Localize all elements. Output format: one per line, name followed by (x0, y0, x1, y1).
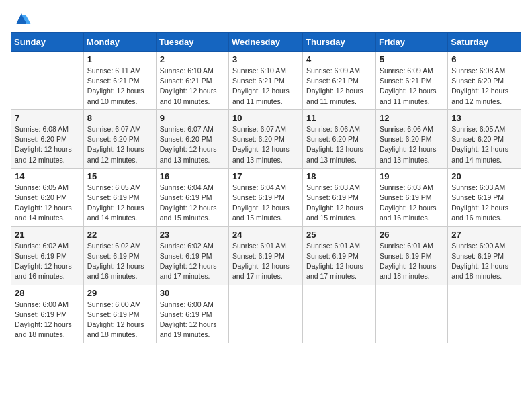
calendar-table: SundayMondayTuesdayWednesdayThursdayFrid… (11, 32, 521, 343)
day-cell: 6Sunrise: 6:08 AMSunset: 6:20 PMDaylight… (448, 52, 521, 110)
col-header-wednesday: Wednesday (229, 33, 303, 52)
col-header-tuesday: Tuesday (156, 33, 228, 52)
day-cell: 27Sunrise: 6:00 AMSunset: 6:19 PMDayligh… (448, 226, 521, 285)
day-number: 10 (232, 113, 299, 123)
day-cell: 23Sunrise: 6:02 AMSunset: 6:19 PMDayligh… (156, 226, 228, 285)
day-cell (375, 285, 447, 343)
day-info: Sunrise: 6:02 AMSunset: 6:19 PMDaylight:… (160, 241, 225, 282)
week-row-2: 7Sunrise: 6:08 AMSunset: 6:20 PMDaylight… (11, 109, 521, 168)
day-cell: 2Sunrise: 6:10 AMSunset: 6:21 PMDaylight… (156, 52, 228, 110)
day-number: 11 (306, 113, 372, 123)
day-number: 3 (232, 54, 299, 64)
day-info: Sunrise: 6:00 AMSunset: 6:19 PMDaylight:… (15, 300, 80, 340)
col-header-thursday: Thursday (303, 33, 376, 52)
day-info: Sunrise: 6:06 AMSunset: 6:20 PMDaylight:… (306, 124, 372, 165)
day-info: Sunrise: 6:03 AMSunset: 6:19 PMDaylight:… (306, 183, 372, 224)
day-cell: 17Sunrise: 6:04 AMSunset: 6:19 PMDayligh… (229, 168, 303, 226)
day-cell: 13Sunrise: 6:05 AMSunset: 6:20 PMDayligh… (448, 109, 521, 168)
day-info: Sunrise: 6:02 AMSunset: 6:19 PMDaylight:… (87, 241, 152, 282)
week-row-3: 14Sunrise: 6:05 AMSunset: 6:20 PMDayligh… (11, 168, 521, 226)
day-info: Sunrise: 6:07 AMSunset: 6:20 PMDaylight:… (232, 124, 299, 165)
day-number: 2 (160, 54, 225, 64)
day-cell: 3Sunrise: 6:10 AMSunset: 6:21 PMDaylight… (229, 52, 303, 110)
day-info: Sunrise: 6:06 AMSunset: 6:20 PMDaylight:… (380, 124, 444, 165)
day-cell (448, 285, 521, 343)
day-cell: 9Sunrise: 6:07 AMSunset: 6:20 PMDaylight… (156, 109, 228, 168)
day-cell: 14Sunrise: 6:05 AMSunset: 6:20 PMDayligh… (11, 168, 84, 226)
day-cell: 4Sunrise: 6:09 AMSunset: 6:21 PMDaylight… (303, 52, 376, 110)
day-info: Sunrise: 6:01 AMSunset: 6:19 PMDaylight:… (306, 241, 372, 282)
day-info: Sunrise: 6:11 AMSunset: 6:21 PMDaylight:… (87, 66, 152, 107)
day-number: 9 (160, 113, 225, 123)
calendar-header-row: SundayMondayTuesdayWednesdayThursdayFrid… (11, 33, 521, 52)
day-cell: 20Sunrise: 6:03 AMSunset: 6:19 PMDayligh… (448, 168, 521, 226)
day-number: 23 (160, 230, 225, 240)
col-header-monday: Monday (83, 33, 156, 52)
day-cell (229, 285, 303, 343)
col-header-sunday: Sunday (11, 33, 84, 52)
day-cell: 30Sunrise: 6:00 AMSunset: 6:19 PMDayligh… (156, 285, 228, 343)
day-info: Sunrise: 6:01 AMSunset: 6:19 PMDaylight:… (380, 241, 444, 282)
day-number: 8 (87, 113, 152, 123)
day-cell: 1Sunrise: 6:11 AMSunset: 6:21 PMDaylight… (83, 52, 156, 110)
day-info: Sunrise: 6:03 AMSunset: 6:19 PMDaylight:… (451, 183, 517, 224)
day-number: 27 (451, 230, 517, 240)
day-cell: 18Sunrise: 6:03 AMSunset: 6:19 PMDayligh… (303, 168, 376, 226)
day-cell: 29Sunrise: 6:00 AMSunset: 6:19 PMDayligh… (83, 285, 156, 343)
week-row-4: 21Sunrise: 6:02 AMSunset: 6:19 PMDayligh… (11, 226, 521, 285)
day-number: 6 (451, 54, 517, 64)
day-cell: 28Sunrise: 6:00 AMSunset: 6:19 PMDayligh… (11, 285, 84, 343)
day-info: Sunrise: 6:04 AMSunset: 6:19 PMDaylight:… (232, 183, 299, 224)
logo-icon (12, 9, 31, 28)
day-number: 28 (15, 288, 80, 298)
day-info: Sunrise: 6:01 AMSunset: 6:19 PMDaylight:… (232, 241, 299, 282)
day-number: 13 (451, 113, 517, 123)
day-cell: 5Sunrise: 6:09 AMSunset: 6:21 PMDaylight… (375, 52, 447, 110)
day-info: Sunrise: 6:10 AMSunset: 6:21 PMDaylight:… (232, 66, 299, 107)
day-cell (303, 285, 376, 343)
week-row-1: 1Sunrise: 6:11 AMSunset: 6:21 PMDaylight… (11, 52, 521, 110)
day-number: 21 (15, 230, 80, 240)
day-number: 22 (87, 230, 152, 240)
day-info: Sunrise: 6:08 AMSunset: 6:20 PMDaylight:… (451, 66, 517, 107)
day-number: 18 (306, 171, 372, 181)
day-cell (11, 52, 84, 110)
day-number: 5 (380, 54, 444, 64)
day-number: 26 (380, 230, 444, 240)
day-number: 16 (160, 171, 225, 181)
day-info: Sunrise: 6:03 AMSunset: 6:19 PMDaylight:… (380, 183, 444, 224)
day-number: 14 (15, 171, 80, 181)
day-info: Sunrise: 6:02 AMSunset: 6:19 PMDaylight:… (15, 241, 80, 282)
day-number: 29 (87, 288, 152, 298)
day-number: 25 (306, 230, 372, 240)
day-info: Sunrise: 6:04 AMSunset: 6:19 PMDaylight:… (160, 183, 225, 224)
day-info: Sunrise: 6:00 AMSunset: 6:19 PMDaylight:… (160, 300, 225, 340)
day-number: 4 (306, 54, 372, 64)
day-cell: 12Sunrise: 6:06 AMSunset: 6:20 PMDayligh… (375, 109, 447, 168)
col-header-saturday: Saturday (448, 33, 521, 52)
day-info: Sunrise: 6:07 AMSunset: 6:20 PMDaylight:… (160, 124, 225, 165)
day-info: Sunrise: 6:05 AMSunset: 6:20 PMDaylight:… (15, 183, 80, 224)
day-cell: 25Sunrise: 6:01 AMSunset: 6:19 PMDayligh… (303, 226, 376, 285)
page: SundayMondayTuesdayWednesdayThursdayFrid… (0, 0, 532, 411)
day-info: Sunrise: 6:05 AMSunset: 6:20 PMDaylight:… (451, 124, 517, 165)
day-cell: 24Sunrise: 6:01 AMSunset: 6:19 PMDayligh… (229, 226, 303, 285)
day-info: Sunrise: 6:00 AMSunset: 6:19 PMDaylight:… (87, 300, 152, 340)
day-number: 7 (15, 113, 80, 123)
day-cell: 16Sunrise: 6:04 AMSunset: 6:19 PMDayligh… (156, 168, 228, 226)
day-cell: 8Sunrise: 6:07 AMSunset: 6:20 PMDaylight… (83, 109, 156, 168)
day-number: 15 (87, 171, 152, 181)
day-number: 12 (380, 113, 444, 123)
week-row-5: 28Sunrise: 6:00 AMSunset: 6:19 PMDayligh… (11, 285, 521, 343)
day-cell: 26Sunrise: 6:01 AMSunset: 6:19 PMDayligh… (375, 226, 447, 285)
header (11, 7, 521, 28)
day-info: Sunrise: 6:05 AMSunset: 6:19 PMDaylight:… (87, 183, 152, 224)
day-cell: 21Sunrise: 6:02 AMSunset: 6:19 PMDayligh… (11, 226, 84, 285)
day-info: Sunrise: 6:08 AMSunset: 6:20 PMDaylight:… (15, 124, 80, 165)
day-info: Sunrise: 6:09 AMSunset: 6:21 PMDaylight:… (380, 66, 444, 107)
day-info: Sunrise: 6:00 AMSunset: 6:19 PMDaylight:… (451, 241, 517, 282)
day-cell: 11Sunrise: 6:06 AMSunset: 6:20 PMDayligh… (303, 109, 376, 168)
day-info: Sunrise: 6:07 AMSunset: 6:20 PMDaylight:… (87, 124, 152, 165)
col-header-friday: Friday (375, 33, 447, 52)
day-number: 20 (451, 171, 517, 181)
